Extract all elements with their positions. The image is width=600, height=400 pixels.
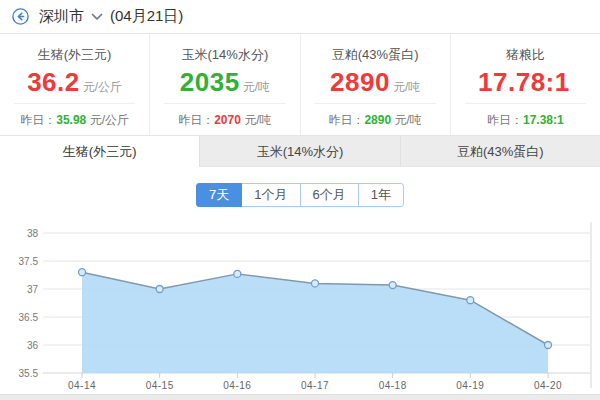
city-selector-label[interactable]: 深圳市	[39, 7, 84, 26]
svg-text:36: 36	[27, 340, 39, 351]
divider	[465, 103, 586, 104]
svg-text:37: 37	[27, 284, 39, 295]
card-pig-price: 生猪(外三元) 36.2 元/公斤 昨日：35.98 元/公斤	[0, 34, 149, 135]
tab-soybean-meal[interactable]: 豆粕(43%蛋白)	[400, 136, 600, 167]
svg-text:04-14: 04-14	[68, 380, 96, 391]
card-value: 17.78:1	[478, 67, 570, 98]
card-title: 豆粕(43%蛋白)	[301, 46, 450, 64]
tab-pig[interactable]: 生猪(外三元)	[0, 136, 199, 167]
price-trend-chart: 3837.53736.53635.504-1404-1504-1604-1704…	[0, 222, 600, 394]
card-unit: 元/吨	[243, 79, 270, 96]
card-title: 生猪(外三元)	[0, 46, 149, 64]
yesterday-row: 昨日：2070 元/吨	[150, 112, 299, 129]
yesterday-label: 昨日：	[20, 113, 56, 127]
card-value: 2035	[180, 67, 240, 98]
svg-text:38: 38	[27, 228, 39, 239]
chevron-down-icon[interactable]	[91, 13, 103, 21]
yesterday-unit: 元/吨	[394, 113, 421, 127]
yesterday-label: 昨日：	[487, 113, 523, 127]
svg-text:04-17: 04-17	[301, 380, 329, 391]
yesterday-row: 昨日：2890 元/吨	[301, 112, 450, 129]
yesterday-value: 2890	[364, 113, 391, 127]
svg-text:04-16: 04-16	[223, 380, 251, 391]
commodity-tabs: 生猪(外三元) 玉米(14%水分) 豆粕(43%蛋白)	[0, 135, 600, 167]
svg-text:04-20: 04-20	[534, 380, 562, 391]
yesterday-label: 昨日：	[328, 113, 364, 127]
card-title: 玉米(14%水分)	[150, 46, 299, 64]
svg-text:04-19: 04-19	[456, 380, 484, 391]
period-1y-button[interactable]: 1年	[358, 183, 404, 207]
yesterday-label: 昨日：	[178, 113, 214, 127]
yesterday-row: 昨日：17.38:1	[451, 112, 600, 129]
yesterday-row: 昨日：35.98 元/公斤	[0, 112, 149, 129]
divider	[14, 103, 135, 104]
tab-corn[interactable]: 玉米(14%水分)	[199, 136, 399, 167]
card-unit: 元/公斤	[83, 79, 122, 96]
period-1m-button[interactable]: 1个月	[241, 183, 300, 207]
yesterday-value: 17.38:1	[523, 113, 564, 127]
pig-price-app: 深圳市 (04月21日) 生猪(外三元) 36.2 元/公斤 昨日：35.98 …	[0, 0, 600, 400]
divider	[164, 103, 285, 104]
date-label: (04月21日)	[110, 7, 183, 26]
period-6m-button[interactable]: 6个月	[300, 183, 359, 207]
footer-strip	[0, 394, 600, 400]
yesterday-value: 2070	[214, 113, 241, 127]
period-7d-button[interactable]: 7天	[196, 183, 242, 207]
svg-text:36.5: 36.5	[19, 312, 39, 323]
card-value: 36.2	[27, 67, 80, 98]
card-pig-grain-ratio: 猪粮比 17.78:1 昨日：17.38:1	[450, 34, 600, 135]
card-unit: 元/吨	[393, 79, 420, 96]
card-title: 猪粮比	[451, 46, 600, 64]
card-soybean-meal-price: 豆粕(43%蛋白) 2890 元/吨 昨日：2890 元/吨	[300, 34, 450, 135]
card-corn-price: 玉米(14%水分) 2035 元/吨 昨日：2070 元/吨	[149, 34, 299, 135]
svg-text:37.5: 37.5	[19, 256, 39, 267]
yesterday-unit: 元/公斤	[90, 113, 129, 127]
svg-text:35.5: 35.5	[19, 368, 39, 379]
back-button[interactable]	[12, 8, 29, 25]
yesterday-value: 35.98	[56, 113, 86, 127]
svg-text:04-18: 04-18	[379, 380, 407, 391]
card-value: 2890	[330, 67, 390, 98]
svg-text:04-15: 04-15	[146, 380, 174, 391]
divider	[315, 103, 436, 104]
header: 深圳市 (04月21日)	[0, 0, 600, 34]
yesterday-unit: 元/吨	[244, 113, 271, 127]
period-selector: 7天 1个月 6个月 1年	[0, 183, 600, 207]
price-cards-row: 生猪(外三元) 36.2 元/公斤 昨日：35.98 元/公斤 玉米(14%水分…	[0, 34, 600, 135]
arrow-left-circle-icon	[12, 8, 29, 25]
